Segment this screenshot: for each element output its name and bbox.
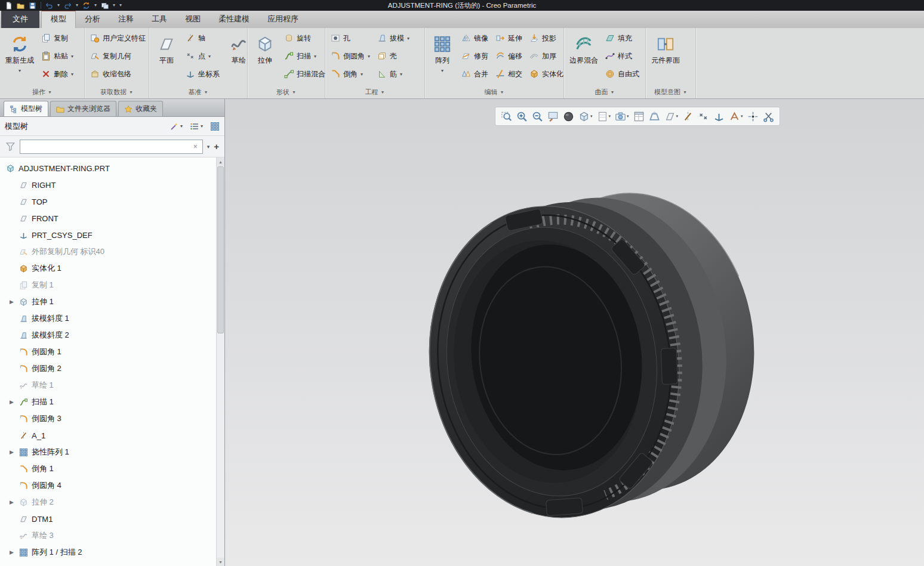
extrude-button[interactable]: 拉伸 [250, 28, 281, 66]
merge-button[interactable]: 合并 [458, 65, 492, 83]
redo-icon[interactable] [64, 2, 72, 10]
undo-icon[interactable] [45, 2, 53, 10]
offset-button[interactable]: 偏移 [492, 47, 526, 65]
chamfer-dropdown[interactable]: ▾ [361, 72, 363, 77]
chamfer-button[interactable]: 倒角 ▾ [327, 65, 374, 83]
navigator-tab-favorites[interactable]: 收藏夹 [118, 101, 163, 116]
style-button[interactable]: 样式 [602, 47, 643, 65]
expand-icon[interactable]: ▶ [10, 549, 16, 555]
copy-button[interactable]: 复制 [38, 29, 77, 47]
zoom-out-button[interactable] [532, 111, 543, 122]
tab-applications[interactable]: 应用程序 [258, 10, 307, 28]
tree-item-flexible-pattern[interactable]: ▶ 挠性阵列 1 [0, 444, 216, 460]
freestyle-button[interactable]: 自由式 [602, 65, 643, 83]
group-label-engineering[interactable]: 工程 ▼ [325, 85, 424, 98]
redo-dropdown-icon[interactable]: ▾ [76, 3, 78, 8]
swept-blend-button[interactable]: 扫描混合 [281, 65, 329, 83]
plane-button[interactable]: 平面 [151, 28, 182, 66]
solidify-button[interactable]: 实体化 [526, 65, 567, 83]
tree-item-datum-plane[interactable]: FRONT [0, 210, 216, 227]
tab-file[interactable]: 文件 [1, 10, 39, 28]
save-icon[interactable] [29, 2, 36, 10]
tab-view[interactable]: 视图 [176, 10, 210, 28]
draft-dropdown[interactable]: ▾ [407, 36, 409, 41]
tree-item-sketch[interactable]: 草绘 3 [0, 527, 216, 544]
perspective-button[interactable] [649, 111, 660, 122]
tree-item-axis[interactable]: A_1 [0, 427, 216, 444]
tree-item-part[interactable]: ADJUSTMENT-RING.PRT [0, 160, 216, 177]
tree-item-round[interactable]: 倒圆角 2 [0, 360, 216, 377]
navigator-tab-model-tree[interactable]: 模型树 [4, 101, 48, 116]
tab-tools[interactable]: 工具 [143, 10, 176, 28]
tree-item-datum-plane[interactable]: TOP [0, 193, 216, 210]
expand-icon[interactable]: ▶ [10, 299, 16, 305]
tab-annotate[interactable]: 注释 [109, 10, 143, 28]
tree-item-csys[interactable]: PRT_CSYS_DEF [0, 227, 216, 243]
point-display-button[interactable] [698, 111, 709, 122]
annotation-display-button[interactable]: ▾ [729, 111, 743, 122]
undo-dropdown-icon[interactable]: ▾ [57, 3, 60, 8]
group-label-model-intent[interactable]: 模型意图 ▼ [646, 85, 695, 98]
paste-button[interactable]: 粘贴 ▾ [38, 47, 77, 65]
tab-flexible-modeling[interactable]: 柔性建模 [210, 10, 258, 28]
new-file-icon[interactable] [5, 2, 13, 10]
round-button[interactable]: 倒圆角 ▾ [327, 47, 374, 65]
navigator-tab-folder-browser[interactable]: 文件夹浏览器 [50, 101, 116, 116]
axis-display-button[interactable] [682, 111, 694, 122]
trim-button[interactable]: 修剪 [458, 47, 492, 65]
fill-button[interactable]: 填充 [602, 29, 643, 47]
expand-icon[interactable]: ▶ [10, 449, 16, 455]
group-label-operations[interactable]: 操作 ▼ [0, 85, 84, 98]
shading-button[interactable] [563, 111, 574, 122]
tree-item-chamfer[interactable]: 倒角 1 [0, 460, 216, 477]
group-label-shapes[interactable]: 形状 ▼ [248, 85, 325, 98]
csys-button[interactable]: 坐标系 [182, 65, 223, 83]
tab-analysis[interactable]: 分析 [76, 10, 109, 28]
tree-item-draft[interactable]: 拔模斜度 1 [0, 310, 216, 327]
paste-dropdown[interactable]: ▾ [71, 54, 73, 59]
axis-button[interactable]: 轴 [182, 29, 223, 47]
expand-icon[interactable]: ▶ [10, 399, 16, 405]
tab-model[interactable]: 模型 [41, 10, 76, 28]
tree-item-round[interactable]: 倒圆角 1 [0, 344, 216, 360]
draft-button[interactable]: 拔模 ▾ [374, 29, 413, 47]
customize-qat-dropdown-icon[interactable]: ▾ [119, 3, 122, 8]
tree-item-copy[interactable]: 复制 1 [0, 277, 216, 293]
section-view-button[interactable]: ▾ [597, 111, 611, 122]
tree-search-input[interactable] [24, 143, 192, 151]
rib-button[interactable]: 筋 ▾ [374, 65, 413, 83]
tree-item-extrude[interactable]: ▶ 拉伸 1 [0, 293, 216, 310]
repaint-button[interactable] [547, 111, 559, 122]
tree-item-round[interactable]: 倒圆角 3 [0, 410, 216, 427]
regenerate-button[interactable]: 重新生成 ▾ [2, 28, 38, 73]
thicken-button[interactable]: 加厚 [526, 47, 567, 65]
tree-item-extrude[interactable]: ▶ 拉伸 2 [0, 494, 216, 511]
display-style-button[interactable]: ▾ [578, 111, 593, 122]
group-label-surfaces[interactable]: 曲面 ▼ [564, 85, 645, 98]
pattern-button[interactable]: 阵列 ▾ [427, 28, 458, 73]
point-button[interactable]: 点 ▾ [182, 47, 223, 65]
search-options-dropdown-icon[interactable]: ▾ [207, 144, 210, 150]
delete-dropdown[interactable]: ▾ [71, 72, 73, 77]
copy-geometry-button[interactable]: 复制几何 [87, 47, 149, 65]
tree-scrollbar[interactable]: ▲ ▼ [216, 157, 224, 566]
scrollbar-thumb[interactable] [217, 166, 224, 333]
project-button[interactable]: 投影 [526, 29, 567, 47]
windows-icon[interactable] [101, 2, 109, 10]
filter-funnel-icon[interactable] [5, 141, 16, 151]
regenerate-split-dropdown[interactable]: ▾ [19, 68, 21, 73]
view-manager-button[interactable] [633, 111, 645, 122]
saved-orientations-button[interactable]: ▾ [615, 111, 629, 122]
rib-dropdown[interactable]: ▾ [400, 72, 402, 77]
clip-tools-button[interactable] [763, 111, 774, 122]
tree-item-solidify[interactable]: 实体化 1 [0, 260, 216, 277]
delete-button[interactable]: 删除 ▾ [38, 65, 77, 83]
tree-display-options-button[interactable]: ▾ [170, 122, 183, 131]
detach-panel-button[interactable] [210, 122, 220, 131]
sweep-dropdown[interactable]: ▾ [314, 54, 316, 59]
tree-item-round[interactable]: 倒圆角 4 [0, 477, 216, 494]
udf-button[interactable]: 用户定义特征 [87, 29, 149, 47]
mirror-button[interactable]: 镜像 [458, 29, 492, 47]
component-interface-button[interactable]: 元件界面 [648, 28, 683, 66]
tree-item-datum-plane[interactable]: RIGHT [0, 177, 216, 193]
